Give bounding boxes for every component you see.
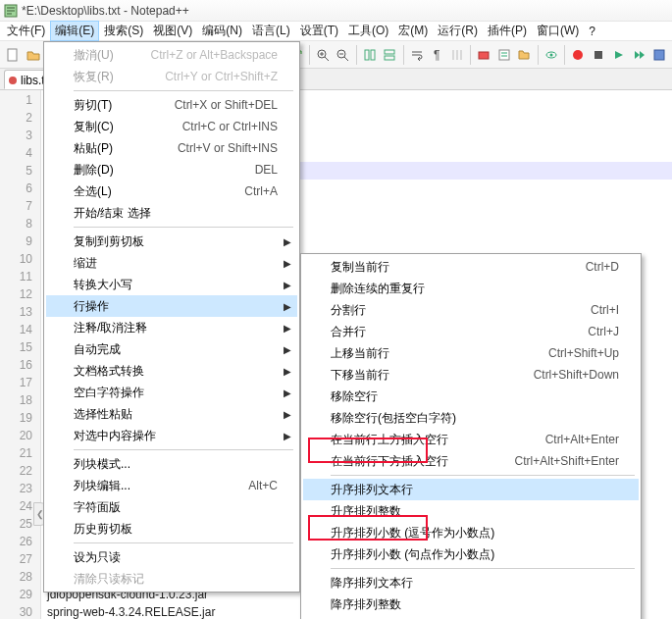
zoom-in-icon[interactable] — [313, 44, 332, 66]
zoom-out-icon[interactable] — [334, 44, 352, 66]
menu-entry[interactable]: 开始/结束 选择 — [46, 202, 297, 224]
svg-rect-31 — [654, 50, 664, 60]
menu-item[interactable]: 编辑(E) — [50, 21, 99, 41]
menu-entry[interactable]: 选择性粘贴▶ — [46, 403, 297, 425]
menu-entry[interactable]: 上移当前行Ctrl+Shift+Up — [303, 342, 639, 364]
menu-entry[interactable]: 降序排列文本行 — [303, 572, 639, 593]
menu-entry-label: 历史剪切板 — [74, 521, 132, 538]
record-macro-icon[interactable] — [569, 44, 588, 66]
menu-entry-label: 升序排列小数 (句点作为小数点) — [331, 546, 494, 563]
menu-entry[interactable]: 复制(C)Ctrl+C or Ctrl+INS — [46, 116, 297, 137]
menu-entry[interactable]: 复制当前行Ctrl+D — [303, 256, 639, 278]
menu-shortcut: Ctrl+X or Shift+DEL — [175, 98, 278, 112]
function-list-icon[interactable] — [495, 44, 514, 66]
menu-entry[interactable]: 粘贴(P)Ctrl+V or Shift+INS — [46, 137, 297, 159]
submenu-arrow-icon: ▶ — [284, 236, 291, 247]
sync-v-icon[interactable] — [360, 44, 379, 66]
menu-entry[interactable]: 行操作▶ — [46, 295, 297, 317]
menu-entry[interactable]: 升序排列小数 (逗号作为小数点) — [303, 522, 639, 543]
menu-entry-label: 清除只读标记 — [74, 571, 144, 588]
menu-item[interactable]: 文件(F) — [2, 21, 50, 41]
menu-entry-label: 下移当前行 — [331, 367, 389, 384]
menu-shortcut: Ctrl+Alt+Enter — [545, 433, 619, 446]
folder-tree-icon[interactable] — [515, 44, 534, 66]
menu-entry[interactable]: 字符面版 — [46, 496, 297, 518]
menu-item[interactable]: 插件(P) — [483, 21, 532, 41]
menu-entry[interactable]: 自动完成▶ — [46, 338, 297, 360]
menu-item[interactable]: 工具(O) — [343, 21, 393, 41]
indent-guide-icon[interactable] — [448, 44, 467, 66]
menu-entry-label: 开始/结束 选择 — [74, 205, 151, 222]
menu-entry[interactable]: 历史剪切板 — [46, 518, 297, 540]
menu-entry[interactable]: 合并行Ctrl+J — [303, 321, 639, 342]
menu-entry[interactable]: 删除连续的重复行 — [303, 278, 639, 299]
menu-shortcut: Ctrl+J — [588, 325, 619, 338]
menu-entry[interactable]: 缩进▶ — [46, 252, 297, 274]
menu-entry-label: 自动完成 — [74, 341, 121, 358]
menu-entry-label: 缩进 — [74, 255, 97, 272]
menu-entry[interactable]: 对选中内容操作▶ — [46, 425, 297, 446]
menu-entry-label: 转换大小写 — [74, 277, 132, 293]
menu-entry[interactable]: 注释/取消注释▶ — [46, 317, 297, 338]
menu-entry-label: 空白字符操作 — [74, 385, 144, 401]
menu-entry-label: 粘贴(P) — [74, 140, 113, 157]
menu-item[interactable]: 视图(V) — [148, 21, 197, 41]
menu-entry[interactable]: 复制到剪切板▶ — [46, 231, 297, 252]
wordwrap-icon[interactable] — [407, 44, 426, 66]
stop-macro-icon[interactable] — [589, 44, 607, 66]
menu-entry[interactable]: 文档格式转换▶ — [46, 360, 297, 382]
menu-entry[interactable]: 列块编辑...Alt+C — [46, 475, 297, 496]
menu-entry-label: 在当前行下方插入空行 — [331, 453, 448, 470]
menu-entry[interactable]: 在当前行上方插入空行Ctrl+Alt+Enter — [303, 429, 639, 450]
menu-entry[interactable]: 分割行Ctrl+I — [303, 299, 639, 321]
menu-entry[interactable]: 升序排列整数 — [303, 500, 639, 522]
menu-entry[interactable]: 全选(L)Ctrl+A — [46, 181, 297, 202]
menu-entry-label: 合并行 — [331, 324, 366, 340]
menu-item[interactable]: ? — [584, 23, 600, 40]
menu-item[interactable]: 语言(L) — [247, 21, 295, 41]
menu-entry-label: 列块模式... — [74, 456, 130, 473]
menu-item[interactable]: 窗口(W) — [532, 21, 584, 41]
menu-entry[interactable]: 下移当前行Ctrl+Shift+Down — [303, 364, 639, 386]
menu-entry[interactable]: 转换大小写▶ — [46, 274, 297, 295]
window-title: *E:\Desktop\libs.txt - Notepad++ — [22, 4, 189, 18]
new-file-icon[interactable] — [4, 44, 23, 66]
line-number-gutter: 1234567891011121314151617181920212223242… — [0, 90, 41, 619]
menu-item[interactable]: 编码(N) — [197, 21, 247, 41]
menu-entry[interactable]: 设为只读 — [46, 546, 297, 568]
svg-rect-21 — [365, 50, 369, 60]
menu-entry[interactable]: 升序排列小数 (句点作为小数点) — [303, 543, 639, 565]
menu-entry[interactable]: 移除空行(包括空白字符) — [303, 407, 639, 429]
menu-entry[interactable]: 在当前行下方插入空行Ctrl+Alt+Shift+Enter — [303, 450, 639, 472]
sync-h-icon[interactable] — [381, 44, 399, 66]
menu-entry[interactable]: 降序排列小数 (逗号作为小数点) — [303, 615, 639, 619]
svg-rect-26 — [499, 50, 509, 60]
menu-entry[interactable]: 列块模式... — [46, 453, 297, 475]
menu-item[interactable]: 设置(T) — [295, 21, 343, 41]
menu-entry[interactable]: 移除空行 — [303, 386, 639, 407]
save-macro-icon[interactable] — [649, 44, 668, 66]
toolbar-separator — [470, 45, 471, 65]
toolbar-separator — [403, 45, 404, 65]
play-multi-icon[interactable] — [630, 44, 648, 66]
svg-point-29 — [573, 50, 583, 60]
menu-entry[interactable]: 剪切(T)Ctrl+X or Shift+DEL — [46, 94, 297, 116]
lang-icon[interactable] — [475, 44, 493, 66]
play-macro-icon[interactable] — [609, 44, 628, 66]
svg-rect-24 — [385, 56, 394, 60]
submenu-arrow-icon: ▶ — [284, 258, 291, 269]
menu-entry[interactable]: 删除(D)DEL — [46, 159, 297, 181]
menu-item[interactable]: 搜索(S) — [99, 21, 148, 41]
menu-entry[interactable]: 降序排列整数 — [303, 593, 639, 615]
menu-entry[interactable]: 升序排列文本行 — [303, 479, 639, 500]
title-bar: *E:\Desktop\libs.txt - Notepad++ — [0, 0, 672, 22]
modified-indicator-icon — [9, 77, 17, 84]
menu-separator — [74, 90, 293, 91]
open-file-icon[interactable] — [25, 44, 43, 66]
menu-entry[interactable]: 空白字符操作▶ — [46, 382, 297, 403]
menu-item[interactable]: 宏(M) — [393, 21, 433, 41]
menu-item[interactable]: 运行(R) — [433, 21, 483, 41]
submenu-arrow-icon: ▶ — [284, 431, 291, 441]
monitor-icon[interactable] — [543, 44, 561, 66]
show-all-chars-icon[interactable]: ¶ — [428, 44, 446, 66]
